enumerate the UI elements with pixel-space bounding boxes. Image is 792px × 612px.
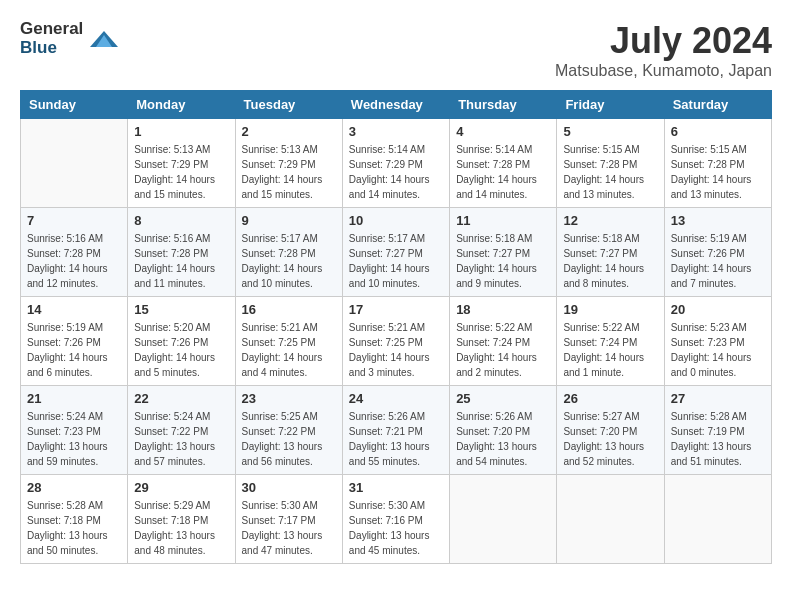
day-number: 3 xyxy=(349,124,443,139)
weekday-header-sunday: Sunday xyxy=(21,91,128,119)
title-section: July 2024 Matsubase, Kumamoto, Japan xyxy=(555,20,772,80)
weekday-header-row: SundayMondayTuesdayWednesdayThursdayFrid… xyxy=(21,91,772,119)
day-number: 7 xyxy=(27,213,121,228)
day-number: 29 xyxy=(134,480,228,495)
calendar-cell: 29Sunrise: 5:29 AMSunset: 7:18 PMDayligh… xyxy=(128,475,235,564)
calendar-cell: 24Sunrise: 5:26 AMSunset: 7:21 PMDayligh… xyxy=(342,386,449,475)
calendar-cell: 11Sunrise: 5:18 AMSunset: 7:27 PMDayligh… xyxy=(450,208,557,297)
day-number: 17 xyxy=(349,302,443,317)
day-number: 15 xyxy=(134,302,228,317)
logo-blue-text: Blue xyxy=(20,39,83,58)
calendar-cell: 31Sunrise: 5:30 AMSunset: 7:16 PMDayligh… xyxy=(342,475,449,564)
day-number: 5 xyxy=(563,124,657,139)
day-info: Sunrise: 5:26 AMSunset: 7:20 PMDaylight:… xyxy=(456,409,550,469)
calendar-cell: 15Sunrise: 5:20 AMSunset: 7:26 PMDayligh… xyxy=(128,297,235,386)
calendar-cell xyxy=(450,475,557,564)
calendar-cell: 27Sunrise: 5:28 AMSunset: 7:19 PMDayligh… xyxy=(664,386,771,475)
day-number: 25 xyxy=(456,391,550,406)
day-info: Sunrise: 5:21 AMSunset: 7:25 PMDaylight:… xyxy=(349,320,443,380)
day-number: 26 xyxy=(563,391,657,406)
weekday-header-tuesday: Tuesday xyxy=(235,91,342,119)
calendar-cell: 16Sunrise: 5:21 AMSunset: 7:25 PMDayligh… xyxy=(235,297,342,386)
calendar-cell: 17Sunrise: 5:21 AMSunset: 7:25 PMDayligh… xyxy=(342,297,449,386)
calendar-cell: 3Sunrise: 5:14 AMSunset: 7:29 PMDaylight… xyxy=(342,119,449,208)
day-number: 1 xyxy=(134,124,228,139)
day-info: Sunrise: 5:18 AMSunset: 7:27 PMDaylight:… xyxy=(563,231,657,291)
location-subtitle: Matsubase, Kumamoto, Japan xyxy=(555,62,772,80)
calendar-cell: 7Sunrise: 5:16 AMSunset: 7:28 PMDaylight… xyxy=(21,208,128,297)
day-info: Sunrise: 5:22 AMSunset: 7:24 PMDaylight:… xyxy=(456,320,550,380)
day-number: 9 xyxy=(242,213,336,228)
calendar-cell: 21Sunrise: 5:24 AMSunset: 7:23 PMDayligh… xyxy=(21,386,128,475)
day-info: Sunrise: 5:14 AMSunset: 7:29 PMDaylight:… xyxy=(349,142,443,202)
day-number: 12 xyxy=(563,213,657,228)
calendar-week-row: 21Sunrise: 5:24 AMSunset: 7:23 PMDayligh… xyxy=(21,386,772,475)
calendar-cell: 5Sunrise: 5:15 AMSunset: 7:28 PMDaylight… xyxy=(557,119,664,208)
day-number: 2 xyxy=(242,124,336,139)
calendar-cell: 6Sunrise: 5:15 AMSunset: 7:28 PMDaylight… xyxy=(664,119,771,208)
day-number: 19 xyxy=(563,302,657,317)
day-number: 8 xyxy=(134,213,228,228)
calendar-cell xyxy=(21,119,128,208)
day-info: Sunrise: 5:29 AMSunset: 7:18 PMDaylight:… xyxy=(134,498,228,558)
calendar-cell: 25Sunrise: 5:26 AMSunset: 7:20 PMDayligh… xyxy=(450,386,557,475)
day-info: Sunrise: 5:13 AMSunset: 7:29 PMDaylight:… xyxy=(134,142,228,202)
day-info: Sunrise: 5:16 AMSunset: 7:28 PMDaylight:… xyxy=(134,231,228,291)
logo-icon xyxy=(90,27,118,51)
calendar-cell: 9Sunrise: 5:17 AMSunset: 7:28 PMDaylight… xyxy=(235,208,342,297)
calendar-cell: 12Sunrise: 5:18 AMSunset: 7:27 PMDayligh… xyxy=(557,208,664,297)
calendar-table: SundayMondayTuesdayWednesdayThursdayFrid… xyxy=(20,90,772,564)
day-info: Sunrise: 5:30 AMSunset: 7:17 PMDaylight:… xyxy=(242,498,336,558)
calendar-cell: 18Sunrise: 5:22 AMSunset: 7:24 PMDayligh… xyxy=(450,297,557,386)
day-number: 13 xyxy=(671,213,765,228)
day-info: Sunrise: 5:18 AMSunset: 7:27 PMDaylight:… xyxy=(456,231,550,291)
day-info: Sunrise: 5:17 AMSunset: 7:28 PMDaylight:… xyxy=(242,231,336,291)
day-number: 30 xyxy=(242,480,336,495)
day-number: 14 xyxy=(27,302,121,317)
calendar-cell: 19Sunrise: 5:22 AMSunset: 7:24 PMDayligh… xyxy=(557,297,664,386)
day-number: 11 xyxy=(456,213,550,228)
calendar-cell: 23Sunrise: 5:25 AMSunset: 7:22 PMDayligh… xyxy=(235,386,342,475)
calendar-cell: 22Sunrise: 5:24 AMSunset: 7:22 PMDayligh… xyxy=(128,386,235,475)
day-number: 22 xyxy=(134,391,228,406)
calendar-cell: 13Sunrise: 5:19 AMSunset: 7:26 PMDayligh… xyxy=(664,208,771,297)
day-number: 6 xyxy=(671,124,765,139)
logo: General Blue xyxy=(20,20,118,57)
day-info: Sunrise: 5:15 AMSunset: 7:28 PMDaylight:… xyxy=(563,142,657,202)
day-number: 27 xyxy=(671,391,765,406)
day-number: 20 xyxy=(671,302,765,317)
calendar-cell: 4Sunrise: 5:14 AMSunset: 7:28 PMDaylight… xyxy=(450,119,557,208)
day-info: Sunrise: 5:26 AMSunset: 7:21 PMDaylight:… xyxy=(349,409,443,469)
calendar-cell: 2Sunrise: 5:13 AMSunset: 7:29 PMDaylight… xyxy=(235,119,342,208)
day-number: 18 xyxy=(456,302,550,317)
day-info: Sunrise: 5:21 AMSunset: 7:25 PMDaylight:… xyxy=(242,320,336,380)
calendar-cell: 20Sunrise: 5:23 AMSunset: 7:23 PMDayligh… xyxy=(664,297,771,386)
day-number: 21 xyxy=(27,391,121,406)
calendar-week-row: 7Sunrise: 5:16 AMSunset: 7:28 PMDaylight… xyxy=(21,208,772,297)
day-info: Sunrise: 5:17 AMSunset: 7:27 PMDaylight:… xyxy=(349,231,443,291)
calendar-cell: 1Sunrise: 5:13 AMSunset: 7:29 PMDaylight… xyxy=(128,119,235,208)
calendar-cell: 14Sunrise: 5:19 AMSunset: 7:26 PMDayligh… xyxy=(21,297,128,386)
day-number: 24 xyxy=(349,391,443,406)
day-info: Sunrise: 5:20 AMSunset: 7:26 PMDaylight:… xyxy=(134,320,228,380)
day-info: Sunrise: 5:30 AMSunset: 7:16 PMDaylight:… xyxy=(349,498,443,558)
day-info: Sunrise: 5:24 AMSunset: 7:22 PMDaylight:… xyxy=(134,409,228,469)
day-info: Sunrise: 5:22 AMSunset: 7:24 PMDaylight:… xyxy=(563,320,657,380)
day-number: 10 xyxy=(349,213,443,228)
weekday-header-thursday: Thursday xyxy=(450,91,557,119)
calendar-cell xyxy=(557,475,664,564)
day-info: Sunrise: 5:19 AMSunset: 7:26 PMDaylight:… xyxy=(671,231,765,291)
day-number: 31 xyxy=(349,480,443,495)
weekday-header-monday: Monday xyxy=(128,91,235,119)
calendar-cell: 10Sunrise: 5:17 AMSunset: 7:27 PMDayligh… xyxy=(342,208,449,297)
day-number: 28 xyxy=(27,480,121,495)
day-info: Sunrise: 5:19 AMSunset: 7:26 PMDaylight:… xyxy=(27,320,121,380)
day-info: Sunrise: 5:15 AMSunset: 7:28 PMDaylight:… xyxy=(671,142,765,202)
day-number: 4 xyxy=(456,124,550,139)
calendar-week-row: 1Sunrise: 5:13 AMSunset: 7:29 PMDaylight… xyxy=(21,119,772,208)
day-number: 16 xyxy=(242,302,336,317)
calendar-week-row: 14Sunrise: 5:19 AMSunset: 7:26 PMDayligh… xyxy=(21,297,772,386)
calendar-cell: 26Sunrise: 5:27 AMSunset: 7:20 PMDayligh… xyxy=(557,386,664,475)
day-info: Sunrise: 5:16 AMSunset: 7:28 PMDaylight:… xyxy=(27,231,121,291)
day-info: Sunrise: 5:23 AMSunset: 7:23 PMDaylight:… xyxy=(671,320,765,380)
